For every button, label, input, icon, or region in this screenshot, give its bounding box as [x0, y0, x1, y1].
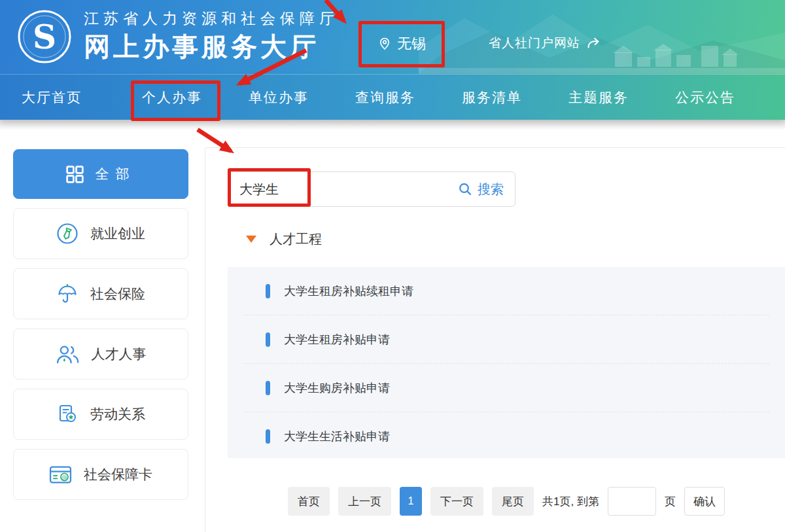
service-item-title: 大学生租房补贴续租申请	[284, 283, 413, 299]
category-sidebar: 全部 就业创业	[13, 149, 188, 509]
page-unit-label: 页	[665, 494, 676, 509]
service-search-box: 搜索	[228, 171, 515, 207]
sidebar-item-label: 劳动关系	[90, 405, 145, 423]
pagination: 首页 上一页 1 下一页 尾页 共1页, 到第 页 确认	[228, 487, 785, 516]
nav-item-home[interactable]: 大厅首页	[22, 88, 82, 107]
next-page-button[interactable]: 下一页	[430, 487, 483, 516]
svg-text:@: @	[61, 473, 67, 480]
last-page-button[interactable]: 尾页	[492, 487, 534, 516]
sidebar-item-labor-relations[interactable]: 劳动关系	[13, 389, 188, 440]
agency-seal-logo: S	[17, 9, 72, 64]
nav-item-query[interactable]: 查询服务	[355, 88, 415, 107]
service-list: 大学生租房补贴续租申请 大学生租房补贴申请 大学生购房补贴申请 大学生生活补贴申…	[228, 267, 785, 458]
search-input[interactable]	[228, 182, 447, 197]
item-marker-bar	[266, 429, 270, 444]
category-row: 人才工程	[246, 230, 322, 248]
nav-item-notice[interactable]: 公示公告	[675, 88, 735, 107]
search-icon	[458, 182, 472, 196]
grid-icon	[66, 166, 84, 183]
svg-text:S: S	[33, 18, 56, 56]
nav-item-theme[interactable]: 主题服务	[568, 88, 629, 107]
org-title: 江苏省人力资源和社会保障厅	[84, 9, 339, 29]
nav-item-unit[interactable]: 单位办事	[249, 88, 309, 107]
prev-page-button[interactable]: 上一页	[338, 487, 391, 516]
document-star-icon	[56, 403, 78, 425]
portal-site-link[interactable]: 省人社门户网站	[489, 35, 602, 52]
sidebar-item-label: 全部	[96, 165, 136, 183]
page: S 江苏省人力资源和社会保障厅 网上办事服务大厅 无锡 省人社门户网站 大厅首页…	[0, 0, 785, 532]
city-label: 无锡	[397, 34, 426, 54]
tie-icon	[56, 222, 78, 245]
sidebar-item-social-security-card[interactable]: @ 社会保障卡	[13, 449, 188, 500]
current-page-button[interactable]: 1	[400, 487, 422, 516]
umbrella-icon	[56, 283, 78, 305]
first-page-button[interactable]: 首页	[288, 487, 330, 516]
service-item[interactable]: 大学生租房补贴续租申请	[243, 267, 769, 315]
location-pin-icon	[378, 37, 391, 51]
portal-link-label: 省人社门户网站	[489, 35, 580, 52]
sidebar-item-label: 人才人事	[92, 345, 147, 363]
service-item[interactable]: 大学生租房补贴申请	[243, 315, 769, 363]
page-summary-text: 共1页, 到第	[542, 494, 599, 509]
external-link-arrow-icon	[586, 37, 602, 50]
sidebar-item-social-insurance[interactable]: 社会保险	[13, 268, 188, 319]
search-button[interactable]: 搜索	[447, 172, 515, 206]
card-icon: @	[49, 465, 72, 484]
category-label: 人才工程	[270, 230, 322, 248]
sidebar-item-label: 社会保障卡	[84, 465, 152, 484]
sidebar-item-talent[interactable]: 人才人事	[13, 328, 188, 380]
sidebar-item-label: 就业创业	[90, 224, 145, 243]
nav-item-personal[interactable]: 个人办事	[142, 88, 202, 107]
jump-page-input[interactable]	[608, 487, 656, 516]
nav-shadow	[0, 120, 785, 130]
collapse-triangle-icon[interactable]	[246, 236, 256, 243]
service-item-title: 大学生购房补贴申请	[284, 380, 390, 396]
main-nav: 大厅首页 个人办事 单位办事 查询服务 服务清单 主题服务 公示公告	[0, 74, 785, 120]
city-selector[interactable]: 无锡	[378, 34, 426, 54]
sidebar-item-label: 社会保险	[90, 285, 145, 303]
people-icon	[56, 344, 80, 364]
nav-item-service-list[interactable]: 服务清单	[462, 88, 522, 107]
header-landscape-art	[419, 0, 785, 74]
service-item-title: 大学生租房补贴申请	[284, 332, 390, 347]
item-marker-bar	[266, 284, 270, 298]
service-item-title: 大学生生活补贴申请	[284, 429, 390, 444]
item-marker-bar	[266, 332, 270, 347]
item-marker-bar	[266, 381, 270, 395]
sidebar-item-employment[interactable]: 就业创业	[13, 208, 188, 259]
sidebar-item-all[interactable]: 全部	[13, 149, 188, 199]
confirm-jump-button[interactable]: 确认	[684, 487, 725, 516]
search-button-label: 搜索	[478, 181, 504, 198]
site-header: S 江苏省人力资源和社会保障厅 网上办事服务大厅 无锡 省人社门户网站	[0, 0, 785, 74]
hall-title: 网上办事服务大厅	[84, 29, 319, 65]
service-item[interactable]: 大学生购房补贴申请	[243, 363, 769, 412]
service-item[interactable]: 大学生生活补贴申请	[243, 412, 769, 460]
